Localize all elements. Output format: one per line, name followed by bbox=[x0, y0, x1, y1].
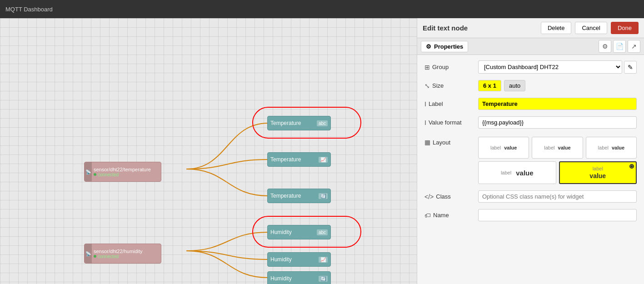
panel-body: ⊞ Group [Custom Dashboard] DHT22 ✎ ⤡ Siz… bbox=[417, 55, 644, 284]
layout-option-1[interactable]: label value bbox=[478, 137, 529, 159]
group-row: ⊞ Group [Custom Dashboard] DHT22 ✎ bbox=[424, 60, 637, 74]
hum-text-label: Humidity bbox=[270, 229, 292, 235]
resize-icon: ⤡ bbox=[424, 82, 430, 90]
group-select-wrap: [Custom Dashboard] DHT22 ✎ bbox=[478, 60, 637, 74]
temp-chart-label: Temperature bbox=[270, 156, 301, 163]
group-edit-button[interactable]: ✎ bbox=[624, 61, 637, 74]
layout-label: ▦ Layout bbox=[424, 139, 474, 146]
hum-chart-label: Humidity bbox=[270, 256, 292, 263]
node-humidity-chart[interactable]: Humidity 📈 bbox=[267, 252, 331, 267]
properties-tab[interactable]: ⚙ Properties bbox=[421, 41, 468, 52]
delete-button[interactable]: Delete bbox=[541, 22, 572, 34]
group-label: ⊞ Group bbox=[424, 64, 474, 71]
hum-mqtt-label: sensor/dht22/humidity bbox=[94, 249, 143, 254]
size-controls: 6 x 1 auto bbox=[478, 80, 525, 91]
size-auto: auto bbox=[504, 80, 525, 91]
hum-text-badge: abc bbox=[317, 229, 328, 235]
layout-icon: ▦ bbox=[424, 139, 430, 146]
layout-option-2[interactable]: label value bbox=[532, 137, 583, 159]
class-input[interactable] bbox=[478, 190, 637, 203]
class-label: </> Class bbox=[424, 193, 474, 200]
hum-gauge-label: Humidity bbox=[270, 275, 292, 282]
export-icon-btn[interactable]: ↗ bbox=[628, 40, 640, 53]
mqtt-icon: 📡 bbox=[85, 162, 92, 181]
gear-icon: ⚙ bbox=[426, 43, 431, 50]
name-icon: 🏷 bbox=[424, 212, 431, 219]
temp-text-badge: abc bbox=[317, 120, 328, 126]
radio-selected bbox=[629, 164, 634, 169]
hum-chart-badge: 📈 bbox=[319, 257, 328, 263]
layout-option-4[interactable]: label value bbox=[478, 161, 556, 184]
size-value: 6 x 1 bbox=[478, 80, 501, 91]
node-temperature-chart[interactable]: Temperature 📈 bbox=[267, 152, 331, 167]
table-icon: ⊞ bbox=[424, 64, 430, 71]
size-row: ⤡ Size 6 x 1 auto bbox=[424, 80, 637, 91]
tab-properties-label: Properties bbox=[434, 43, 463, 50]
panel-title: Edit text node bbox=[423, 24, 468, 32]
temp-gauge-badge: 🔄 bbox=[319, 193, 328, 199]
layout-row: ▦ Layout label value label value bbox=[424, 135, 637, 184]
node-temperature-text[interactable]: Temperature abc bbox=[267, 116, 331, 130]
top-bar: MQTT Dashboard bbox=[0, 0, 644, 18]
label-label: I Label bbox=[424, 100, 474, 108]
node-temperature-gauge[interactable]: Temperature 🔄 bbox=[267, 189, 331, 203]
done-button[interactable]: Done bbox=[611, 22, 639, 34]
class-icon: </> bbox=[424, 193, 434, 200]
layout-grid: label value label value label value bbox=[478, 137, 637, 159]
cancel-button[interactable]: Cancel bbox=[575, 22, 607, 34]
temp-gauge-label: Temperature bbox=[270, 193, 301, 199]
right-panel: Edit text node Delete Cancel Done ⚙ Prop… bbox=[417, 18, 644, 284]
hum-mqtt-icon: 📡 bbox=[85, 244, 92, 263]
temp-mqtt-label: sensor/dht22/temperature bbox=[94, 167, 151, 172]
node-humidity-mqtt[interactable]: 📡 sensor/dht22/humidity connected bbox=[84, 244, 161, 264]
main-area: 📡 sensor/dht22/temperature connected Tem… bbox=[0, 18, 644, 284]
hum-gauge-badge: 🔄 bbox=[319, 276, 328, 282]
name-label: 🏷 Name bbox=[424, 212, 474, 219]
group-select[interactable]: [Custom Dashboard] DHT22 bbox=[478, 60, 622, 74]
settings-icon-btn[interactable]: ⚙ bbox=[599, 40, 611, 53]
wires-svg bbox=[0, 18, 417, 284]
node-temperature-mqtt[interactable]: 📡 sensor/dht22/temperature connected bbox=[84, 162, 161, 182]
temp-mqtt-status: connected bbox=[94, 172, 119, 177]
value-format-input[interactable] bbox=[478, 116, 637, 129]
hum-mqtt-status: connected bbox=[94, 254, 119, 259]
panel-buttons: Delete Cancel Done bbox=[541, 22, 639, 34]
status-dot bbox=[94, 173, 96, 176]
value-format-row: I Value format bbox=[424, 116, 637, 129]
node-humidity-text[interactable]: Humidity abc bbox=[267, 225, 331, 239]
label-icon: I bbox=[424, 100, 426, 108]
label-row: I Label bbox=[424, 98, 637, 110]
hum-status-dot bbox=[94, 255, 96, 258]
layout-row2: label value label value bbox=[478, 161, 637, 184]
name-input[interactable] bbox=[478, 209, 637, 221]
canvas-area[interactable]: 📡 sensor/dht22/temperature connected Tem… bbox=[0, 18, 417, 284]
class-row: </> Class bbox=[424, 190, 637, 203]
book-icon-btn[interactable]: 📄 bbox=[613, 40, 626, 53]
temp-text-label: Temperature bbox=[270, 120, 301, 126]
node-humidity-gauge[interactable]: Humidity 🔄 bbox=[267, 271, 331, 284]
app-title: MQTT Dashboard bbox=[5, 6, 53, 13]
value-format-label: I Value format bbox=[424, 119, 474, 126]
panel-tab-icons: ⚙ 📄 ↗ bbox=[599, 40, 640, 53]
name-row: 🏷 Name bbox=[424, 209, 637, 221]
size-label: ⤡ Size bbox=[424, 82, 474, 90]
panel-tabs: ⚙ Properties ⚙ 📄 ↗ bbox=[417, 38, 644, 55]
temp-chart-badge: 📈 bbox=[319, 157, 328, 163]
layout-option-3[interactable]: label value bbox=[586, 137, 637, 159]
layout-options-container: label value label value label value bbox=[478, 135, 637, 184]
format-icon: I bbox=[424, 119, 426, 126]
label-input[interactable] bbox=[478, 98, 637, 110]
panel-header: Edit text node Delete Cancel Done bbox=[417, 18, 644, 38]
layout-option-5[interactable]: label value bbox=[559, 161, 637, 184]
